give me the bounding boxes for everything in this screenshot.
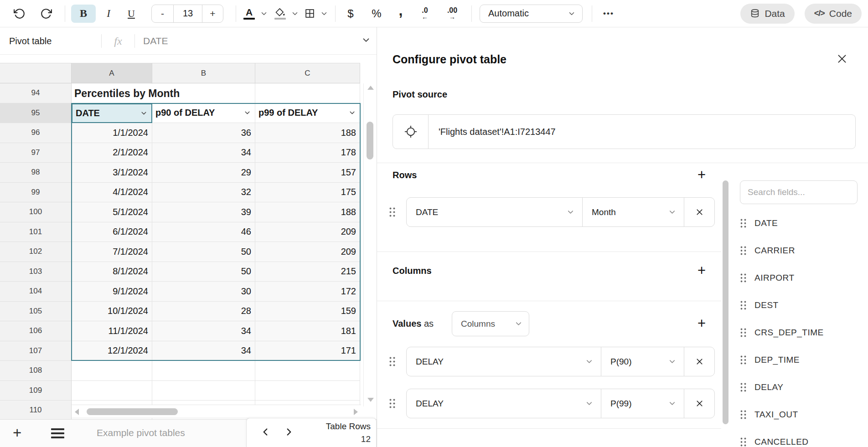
- more-options-button[interactable]: •••: [599, 5, 618, 23]
- cell-C106[interactable]: 181: [255, 321, 360, 341]
- cell-B98[interactable]: 29: [152, 163, 255, 183]
- scroll-up-icon[interactable]: [367, 86, 374, 90]
- cell-B102[interactable]: 50: [152, 242, 255, 262]
- chevron-down-icon[interactable]: [260, 10, 268, 18]
- drag-handle-icon[interactable]: [740, 300, 747, 310]
- chevron-down-icon[interactable]: [291, 10, 299, 18]
- add-row-field-button[interactable]: +: [692, 167, 711, 183]
- cell-A97[interactable]: 2/1/2024: [72, 143, 152, 163]
- scroll-down-icon[interactable]: [367, 398, 374, 402]
- drag-handle-icon[interactable]: [740, 273, 747, 283]
- drag-handle-icon[interactable]: [388, 356, 396, 367]
- sheet-tab[interactable]: Example pivot tables: [97, 420, 185, 447]
- value-aggregation-dropdown[interactable]: P(99): [601, 389, 684, 418]
- row-header-99[interactable]: 99: [0, 183, 72, 203]
- pivot-source-input[interactable]: 'Flights dataset'!A1:I7213447: [393, 114, 856, 149]
- drag-handle-icon[interactable]: [388, 206, 396, 218]
- underline-button[interactable]: U: [121, 5, 141, 23]
- cell-C102[interactable]: 209: [255, 242, 360, 262]
- row-header-104[interactable]: 104: [0, 282, 72, 302]
- undo-button[interactable]: [12, 5, 27, 23]
- next-table-button[interactable]: [283, 426, 295, 438]
- previous-table-button[interactable]: [259, 426, 271, 438]
- cell-A95[interactable]: DATE: [72, 103, 152, 123]
- row-header-107[interactable]: 107: [0, 341, 72, 361]
- formula-bar-expand-button[interactable]: [361, 35, 371, 47]
- decrease-decimals-button[interactable]: .0 ←: [414, 5, 436, 23]
- value-aggregation-dropdown[interactable]: P(90): [601, 347, 684, 376]
- row-header-105[interactable]: 105: [0, 302, 72, 322]
- cell-A101[interactable]: 6/1/2024: [72, 222, 152, 242]
- row-header-95[interactable]: 95: [0, 103, 72, 123]
- drag-handle-icon[interactable]: [740, 382, 747, 392]
- cell-A109[interactable]: [72, 381, 152, 401]
- remove-value-field-button[interactable]: [684, 347, 714, 376]
- cell-B101[interactable]: 46: [152, 222, 255, 242]
- vertical-scrollbar-thumb[interactable]: [367, 122, 373, 159]
- values-as-dropdown[interactable]: Columns: [452, 311, 529, 336]
- row-groupby-dropdown[interactable]: Month: [582, 198, 684, 226]
- row-header-103[interactable]: 103: [0, 262, 72, 282]
- add-value-field-button[interactable]: +: [692, 315, 711, 332]
- currency-format-button[interactable]: $: [341, 5, 360, 23]
- cell-A107[interactable]: 12/1/2024: [72, 341, 152, 361]
- percent-format-button[interactable]: %: [366, 5, 388, 23]
- number-format-dropdown[interactable]: Automatic: [480, 5, 583, 23]
- cell-C108[interactable]: [255, 361, 360, 381]
- field-item-date[interactable]: DATE: [740, 217, 778, 229]
- row-header-102[interactable]: 102: [0, 242, 72, 262]
- cell-B108[interactable]: [152, 361, 255, 381]
- cell-B100[interactable]: 39: [152, 202, 255, 222]
- formula-input[interactable]: DATE: [135, 36, 361, 46]
- field-item-carrier[interactable]: CARRIER: [740, 245, 795, 257]
- remove-value-field-button[interactable]: [684, 389, 714, 418]
- cell-C107[interactable]: 171: [255, 341, 360, 361]
- field-item-delay[interactable]: DELAY: [740, 381, 783, 393]
- drag-handle-icon[interactable]: [740, 246, 747, 256]
- cell-C100[interactable]: 188: [255, 202, 360, 222]
- row-header-110[interactable]: 110: [0, 401, 72, 419]
- value-field-dropdown[interactable]: DELAY: [407, 389, 601, 418]
- select-range-button[interactable]: [393, 115, 429, 149]
- cell-A105[interactable]: 10/1/2024: [72, 302, 152, 322]
- cell-A98[interactable]: 3/1/2024: [72, 163, 152, 183]
- fill-color-button[interactable]: [274, 5, 299, 23]
- cell-C109[interactable]: [255, 381, 360, 401]
- add-sheet-button[interactable]: +: [13, 423, 21, 442]
- row-header-96[interactable]: 96: [0, 123, 72, 143]
- cell-A108[interactable]: [72, 361, 152, 381]
- add-column-field-button[interactable]: +: [692, 262, 711, 279]
- cell-A102[interactable]: 7/1/2024: [72, 242, 152, 262]
- text-color-button[interactable]: A: [243, 5, 268, 23]
- field-item-dep_time[interactable]: DEP_TIME: [740, 354, 800, 366]
- column-header-C[interactable]: C: [255, 63, 360, 83]
- value-field-dropdown[interactable]: DELAY: [407, 347, 601, 376]
- bold-button[interactable]: B: [71, 5, 96, 23]
- cell-A106[interactable]: 11/1/2024: [72, 321, 152, 341]
- row-header-100[interactable]: 100: [0, 202, 72, 222]
- field-item-dest[interactable]: DEST: [740, 299, 779, 311]
- cell-B109[interactable]: [152, 381, 255, 401]
- scroll-left-icon[interactable]: [75, 409, 79, 415]
- chevron-down-icon[interactable]: [320, 10, 328, 18]
- row-header-106[interactable]: 106: [0, 321, 72, 341]
- redo-button[interactable]: [38, 5, 54, 23]
- comma-format-button[interactable]: ,: [392, 5, 409, 23]
- cell-C101[interactable]: 209: [255, 222, 360, 242]
- cell-A96[interactable]: 1/1/2024: [72, 123, 152, 143]
- cell-A99[interactable]: 4/1/2024: [72, 183, 152, 203]
- sheet-menu-button[interactable]: [51, 428, 64, 438]
- column-header-A[interactable]: A: [72, 63, 152, 83]
- cell-C94[interactable]: [255, 83, 360, 103]
- cell-C98[interactable]: 157: [255, 163, 360, 183]
- cell-A104[interactable]: 9/1/2024: [72, 282, 152, 302]
- row-header-109[interactable]: 109: [0, 381, 72, 401]
- field-item-cancelled[interactable]: CANCELLED: [740, 436, 809, 447]
- row-header-98[interactable]: 98: [0, 163, 72, 183]
- cell-B105[interactable]: 28: [152, 302, 255, 322]
- search-fields-input[interactable]: [740, 180, 858, 204]
- cell-B107[interactable]: 34: [152, 341, 255, 361]
- cell-C96[interactable]: 188: [255, 123, 360, 143]
- field-item-crs_dep_time[interactable]: CRS_DEP_TIME: [740, 327, 824, 339]
- row-header-108[interactable]: 108: [0, 361, 72, 381]
